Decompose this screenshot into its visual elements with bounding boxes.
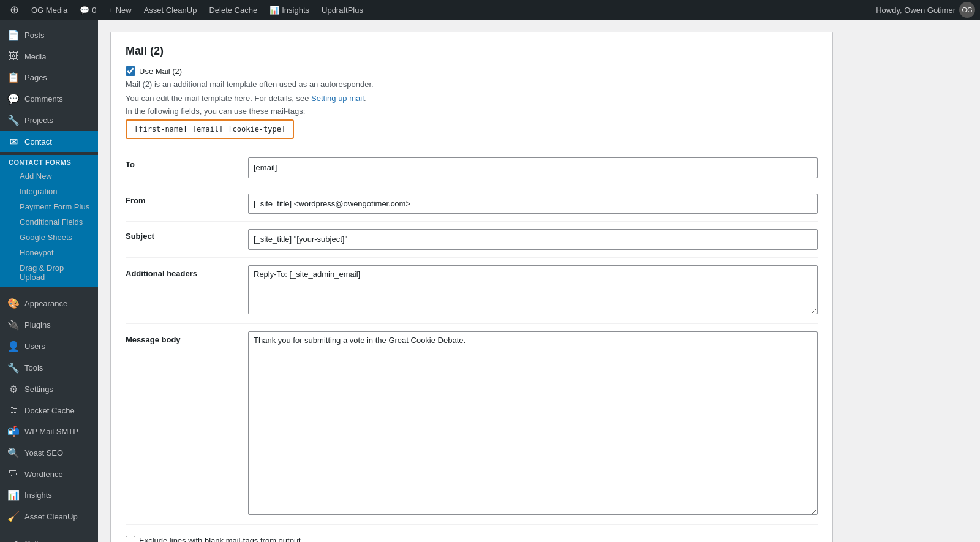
sidebar-item-insights[interactable]: 📊 Insights — [0, 484, 98, 506]
use-mail-row: Use Mail (2) — [126, 66, 818, 76]
sidebar-item-label: Settings — [24, 385, 53, 394]
collapse-menu-button[interactable]: ◀ Collapse menu — [0, 533, 98, 542]
comments-item[interactable]: 💬 0 — [75, 0, 101, 20]
use-mail-label[interactable]: Use Mail (2) — [139, 67, 182, 76]
site-name-label: OG Media — [31, 6, 67, 15]
submenu-integration[interactable]: Integration — [0, 184, 98, 199]
additional-headers-label: Additional headers — [126, 269, 197, 278]
to-row: To — [126, 150, 818, 186]
sidebar-item-label: Posts — [24, 31, 45, 40]
collapse-label: Collapse menu — [24, 539, 78, 542]
tools-icon: 🔧 — [7, 362, 20, 374]
site-name-item[interactable]: OG Media — [26, 0, 72, 20]
docket-icon: 🗂 — [7, 405, 20, 416]
submenu-payment-form-plus[interactable]: Payment Form Plus — [0, 199, 98, 214]
posts-icon: 📄 — [7, 29, 20, 41]
sidebar-item-label: Asset CleanUp — [24, 512, 78, 521]
setting-up-mail-link[interactable]: Setting up mail — [311, 94, 364, 103]
delete-cache-label: Delete Cache — [209, 6, 257, 15]
subject-row: Subject — [126, 222, 818, 258]
updraft-item[interactable]: UpdraftPlus — [317, 0, 368, 20]
sidebar-item-label: Tools — [24, 363, 43, 372]
use-mail-desc: Mail (2) is an additional mail template … — [126, 80, 818, 89]
insights-icon: 📊 — [270, 6, 279, 15]
insights-item[interactable]: 📊 Insights — [265, 0, 314, 20]
asset-cleanup-label: Asset CleanUp — [144, 6, 197, 15]
media-icon: 🖼 — [7, 51, 20, 62]
sidebar-item-label: Comments — [24, 94, 63, 104]
main-content: Mail (2) Use Mail (2) Mail (2) is an add… — [98, 20, 980, 542]
sidebar-item-contact[interactable]: ✉ Contact — [0, 131, 98, 152]
admin-bar: ⊕ OG Media 💬 0 + New Asset CleanUp Delet… — [0, 0, 980, 20]
comment-icon: 💬 — [80, 6, 89, 15]
sidebar-item-plugins[interactable]: 🔌 Plugins — [0, 314, 98, 336]
additional-headers-input[interactable] — [248, 265, 818, 314]
mail-tags-box[interactable]: [first-name] [email] [cookie-type] — [126, 119, 294, 139]
sidebar-item-label: Users — [24, 342, 45, 351]
mail2-panel: Mail (2) Use Mail (2) Mail (2) is an add… — [110, 32, 833, 542]
sidebar-item-projects[interactable]: 🔧 Projects — [0, 110, 98, 131]
from-label: From — [126, 196, 146, 205]
subject-input[interactable] — [248, 229, 818, 250]
submenu-conditional-fields[interactable]: Conditional Fields — [0, 214, 98, 230]
sidebar-item-appearance[interactable]: 🎨 Appearance — [0, 293, 98, 314]
new-label: + New — [108, 6, 131, 15]
insights-label: Insights — [282, 6, 309, 15]
to-input[interactable] — [248, 157, 818, 178]
sidebar-item-label: Yoast SEO — [24, 448, 63, 457]
exclude-blank-checkbox[interactable] — [126, 536, 135, 543]
submenu-honeypot[interactable]: Honeypot — [0, 245, 98, 260]
message-body-row: Message body — [126, 323, 818, 524]
sidebar-item-wordfence[interactable]: 🛡 Wordfence — [0, 464, 98, 484]
collapse-icon: ◀ — [7, 538, 20, 542]
delete-cache-item[interactable]: Delete Cache — [204, 0, 262, 20]
sidebar-item-label: Media — [24, 52, 46, 61]
admin-menu: 📄 Posts 🖼 Media 📋 Pages 💬 Comments 🔧 Pro… — [0, 20, 98, 542]
submenu-google-sheets[interactable]: Google Sheets — [0, 230, 98, 245]
sidebar-item-label: Insights — [24, 491, 52, 500]
sidebar-item-posts[interactable]: 📄 Posts — [0, 24, 98, 46]
sidebar-item-asset-cleanup[interactable]: 🧹 Asset CleanUp — [0, 506, 98, 527]
from-input[interactable] — [248, 194, 818, 214]
sidebar-item-wp-mail-smtp[interactable]: 📬 WP Mail SMTP — [0, 421, 98, 442]
sidebar-item-media[interactable]: 🖼 Media — [0, 46, 98, 67]
insights-nav-icon: 📊 — [7, 489, 20, 501]
appearance-icon: 🎨 — [7, 298, 20, 309]
sidebar-item-pages[interactable]: 📋 Pages — [0, 67, 98, 88]
asset-cleanup-item[interactable]: Asset CleanUp — [139, 0, 202, 20]
projects-icon: 🔧 — [7, 115, 20, 126]
edit-info: You can edit the mail template here. For… — [126, 94, 818, 103]
comments-icon: 💬 — [7, 93, 20, 105]
sidebar-item-label: Wordfence — [24, 470, 63, 479]
message-body-input[interactable] — [248, 331, 818, 515]
use-mail-checkbox[interactable] — [126, 66, 135, 76]
contact-forms-heading: Contact Forms — [0, 155, 98, 168]
wordfence-icon: 🛡 — [7, 469, 20, 480]
sidebar-item-tools[interactable]: 🔧 Tools — [0, 357, 98, 378]
avatar[interactable]: OG — [959, 2, 975, 18]
pages-icon: 📋 — [7, 72, 20, 83]
wp-logo-item[interactable]: ⊕ — [5, 0, 24, 20]
contact-icon: ✉ — [7, 136, 20, 148]
from-row: From — [126, 186, 818, 222]
submenu-add-new[interactable]: Add New — [0, 168, 98, 184]
exclude-blank-label[interactable]: Exclude lines with blank mail-tags from … — [126, 536, 818, 543]
howdy-text: Howdy, Owen Gotimer — [876, 6, 956, 15]
additional-headers-row: Additional headers — [126, 257, 818, 323]
sidebar-item-label: Contact — [24, 137, 52, 146]
sidebar-item-settings[interactable]: ⚙ Settings — [0, 378, 98, 400]
sidebar-item-yoast-seo[interactable]: 🔍 Yoast SEO — [0, 442, 98, 464]
users-icon: 👤 — [7, 341, 20, 352]
sidebar-item-comments[interactable]: 💬 Comments — [0, 88, 98, 110]
bottom-options: Exclude lines with blank mail-tags from … — [126, 536, 818, 543]
mail2-title: Mail (2) — [126, 45, 818, 58]
sidebar-item-label: Projects — [24, 116, 53, 125]
fields-info: In the following fields, you can use the… — [126, 107, 818, 116]
plugins-icon: 🔌 — [7, 319, 20, 331]
sidebar-item-label: Appearance — [24, 299, 67, 308]
sidebar-item-users[interactable]: 👤 Users — [0, 336, 98, 357]
mail-tag-email: [email] — [191, 124, 225, 134]
new-item[interactable]: + New — [104, 0, 136, 20]
submenu-drag-drop[interactable]: Drag & Drop Upload — [0, 260, 98, 285]
sidebar-item-docket-cache[interactable]: 🗂 Docket Cache — [0, 400, 98, 421]
